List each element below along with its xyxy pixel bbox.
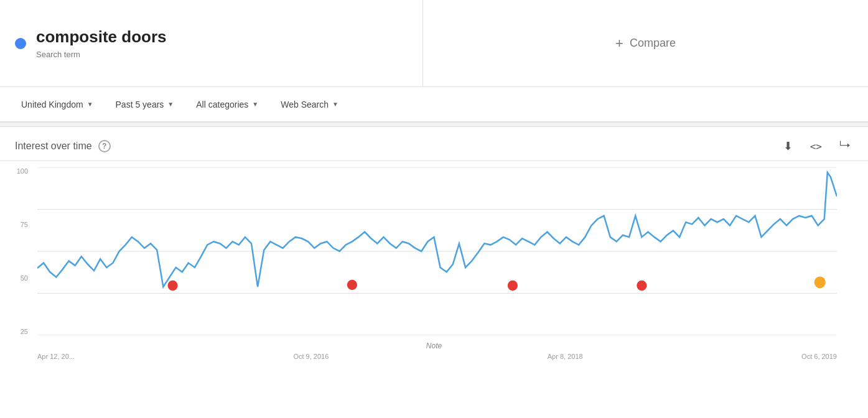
download-button[interactable]: ⬇: [781, 137, 795, 156]
embed-icon: <>: [810, 141, 822, 152]
share-icon: ⮡: [839, 140, 851, 152]
x-label-2: Oct 9, 2016: [293, 353, 329, 360]
chart-section: Interest over time ? ⬇ <> ⮡ 100 75 50 25: [0, 127, 868, 360]
search-type-filter[interactable]: Web Search ▼: [272, 96, 347, 113]
search-term-section: composite doors Search term: [0, 0, 423, 86]
timeframe-label: Past 5 years: [116, 100, 164, 109]
y-label-100: 100: [6, 167, 28, 175]
search-type-chevron-icon: ▼: [332, 101, 338, 108]
x-label-1: Apr 12, 20...: [37, 353, 75, 360]
header: composite doors Search term + Compare: [0, 0, 868, 87]
timeframe-chevron-icon: ▼: [167, 101, 174, 108]
chart-title: Interest over time: [15, 141, 92, 152]
search-term-title: composite doors: [36, 27, 166, 47]
embed-button[interactable]: <>: [808, 137, 824, 156]
compare-section[interactable]: + Compare: [423, 0, 868, 86]
y-label-25: 25: [6, 328, 28, 335]
x-label-3: Apr 8, 2018: [548, 353, 583, 360]
search-term-subtitle: Search term: [36, 50, 166, 59]
region-filter[interactable]: United Kingdom ▼: [12, 96, 102, 113]
chart-title-group: Interest over time ?: [15, 140, 111, 152]
section-divider: [0, 122, 868, 127]
trend-line-chart: [37, 167, 837, 335]
chart-note: Note: [426, 341, 442, 350]
region-chevron-icon: ▼: [87, 101, 93, 108]
x-axis: Apr 12, 20... Oct 9, 2016 Apr 8, 2018 Oc…: [37, 353, 837, 360]
compare-label: Compare: [630, 37, 676, 50]
low-point-4: [637, 281, 646, 291]
x-label-4: Oct 6, 2019: [801, 353, 837, 360]
share-button[interactable]: ⮡: [837, 137, 853, 156]
chart-header: Interest over time ? ⬇ <> ⮡: [0, 127, 868, 161]
category-chevron-icon: ▼: [252, 101, 258, 108]
filters-bar: United Kingdom ▼ Past 5 years ▼ All cate…: [0, 87, 868, 122]
category-label: All categories: [196, 100, 248, 109]
recent-low-point: [814, 277, 826, 289]
region-label: United Kingdom: [21, 100, 83, 109]
timeframe-filter[interactable]: Past 5 years ▼: [107, 96, 183, 113]
compare-plus-icon: +: [615, 35, 623, 52]
low-point-1: [167, 281, 177, 291]
low-point-3: [508, 281, 518, 291]
category-filter[interactable]: All categories ▼: [187, 96, 267, 113]
download-icon: ⬇: [783, 140, 793, 152]
search-type-label: Web Search: [281, 100, 329, 109]
y-axis: 100 75 50 25: [6, 167, 28, 335]
low-point-2: [347, 280, 357, 290]
chart-area: 100 75 50 25: [0, 161, 868, 360]
y-label-75: 75: [6, 221, 28, 228]
chart-actions: ⬇ <> ⮡: [781, 137, 853, 156]
y-label-50: 50: [6, 274, 28, 282]
help-icon[interactable]: ?: [98, 140, 111, 152]
blue-dot: [15, 38, 26, 49]
